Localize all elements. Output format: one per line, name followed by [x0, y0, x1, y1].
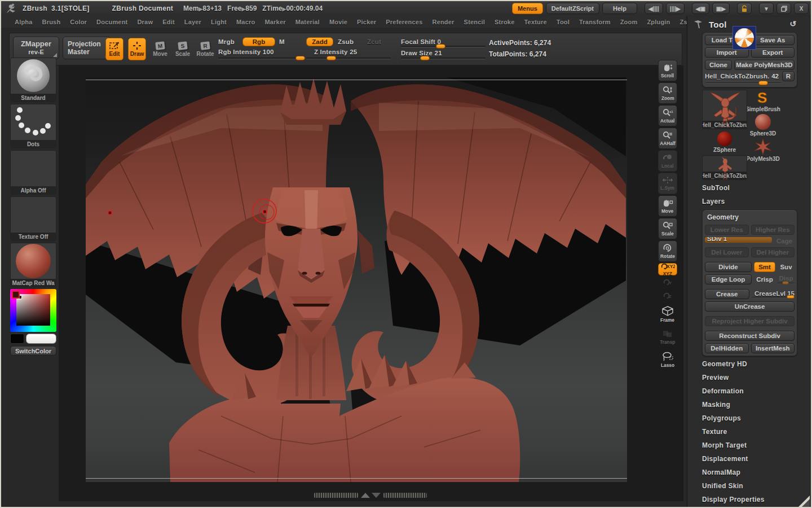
- minimize-button[interactable]: ▼: [759, 3, 774, 14]
- z-intensity-slider[interactable]: [306, 58, 391, 59]
- menu-macro[interactable]: Macro: [236, 19, 255, 25]
- shelf-rotate-z-button[interactable]: Z: [658, 290, 677, 303]
- menu-color[interactable]: Color: [70, 19, 87, 25]
- section-unified-skin[interactable]: Unified Skin: [687, 479, 810, 493]
- del-hidden-button[interactable]: DelHidden: [705, 343, 749, 353]
- section-display-properties[interactable]: Display Properties: [687, 493, 810, 506]
- shelf-xyz-button[interactable]: XYZXYZ: [658, 263, 677, 275]
- reconstruct-subdiv-button[interactable]: Reconstruct Subdiv: [705, 331, 795, 341]
- document-canvas[interactable]: [86, 77, 627, 482]
- brush-selector[interactable]: Standard: [10, 58, 56, 102]
- export-button[interactable]: Export: [751, 47, 795, 58]
- zadd-toggle[interactable]: Zadd: [306, 37, 333, 46]
- bottom-tray-handle[interactable]: [314, 491, 427, 500]
- draw-size-handle[interactable]: [420, 56, 430, 60]
- restore-button[interactable]: [776, 3, 791, 14]
- menu-zoom[interactable]: Zoom: [620, 19, 638, 25]
- z-intensity-handle[interactable]: [326, 56, 336, 60]
- section-layers[interactable]: Layers: [687, 195, 810, 208]
- current-tool-preview[interactable]: [732, 26, 756, 50]
- menu-edit[interactable]: Edit: [162, 19, 175, 25]
- menu-stencil[interactable]: Stencil: [464, 19, 485, 25]
- help-button[interactable]: Help: [602, 3, 637, 14]
- del-higher-button[interactable]: Del Higher: [751, 247, 795, 257]
- active-tool-thumbnail[interactable]: Hell_ChickToZbru: [702, 90, 747, 129]
- save-as-button[interactable]: Save As: [751, 35, 795, 45]
- shelf-local-button[interactable]: Local: [658, 150, 677, 172]
- divider-left-button[interactable]: ◀||||: [645, 3, 663, 14]
- menu-document[interactable]: Document: [96, 19, 127, 25]
- material-selector[interactable]: MatCap Red Wa: [10, 243, 56, 287]
- menu-draw[interactable]: Draw: [137, 19, 153, 25]
- draw-button[interactable]: Draw: [128, 38, 146, 60]
- move-button[interactable]: M Move: [151, 38, 170, 60]
- lower-res-button[interactable]: Lower Res: [705, 225, 749, 235]
- focal-shift-slider[interactable]: [401, 46, 486, 47]
- tray-open-icon[interactable]: [361, 493, 370, 498]
- shelf-rotate-button[interactable]: Rotate: [658, 240, 677, 262]
- shelf-move-button[interactable]: Move: [658, 195, 677, 217]
- current-tool-name[interactable]: Hell_ChickToZbrush.: [705, 73, 769, 80]
- shelf-actual-button[interactable]: x1Actual: [658, 105, 677, 126]
- palette-next-button[interactable]: ▣▶: [712, 3, 730, 14]
- higher-res-button[interactable]: Higher Res: [751, 225, 795, 235]
- menus-button[interactable]: Menus: [512, 3, 543, 14]
- menu-movie[interactable]: Movie: [329, 19, 347, 25]
- suv-toggle[interactable]: Suv: [778, 262, 795, 272]
- alpha-selector[interactable]: Alpha Off: [10, 150, 56, 195]
- shelf-lsym-button[interactable]: L.Sym: [658, 173, 677, 194]
- tray-close-icon[interactable]: [372, 493, 381, 498]
- projection-master-button[interactable]: Projection Master: [63, 37, 111, 59]
- shelf-aahalf-button[interactable]: AAHalf: [658, 128, 677, 149]
- smt-toggle[interactable]: Smt: [754, 262, 775, 272]
- section-morph-target[interactable]: Morph Target: [687, 439, 810, 452]
- edge-loop-button[interactable]: Edge Loop: [705, 274, 752, 284]
- menu-marker[interactable]: Marker: [264, 19, 285, 25]
- menu-alpha[interactable]: Alpha: [15, 19, 33, 25]
- crease-lvl-slider[interactable]: [752, 297, 795, 298]
- crisp-toggle[interactable]: Crisp: [754, 274, 775, 284]
- rgb-intensity-handle[interactable]: [295, 56, 305, 60]
- menu-preferences[interactable]: Preferences: [386, 19, 422, 25]
- mrgb-toggle[interactable]: Mrgb: [218, 38, 235, 45]
- default-zscript-button[interactable]: DefaultZScript: [546, 3, 599, 14]
- section-masking[interactable]: Masking: [687, 398, 810, 411]
- zsphere-thumbnail[interactable]: [717, 132, 732, 146]
- divide-button[interactable]: Divide: [705, 262, 752, 272]
- sphere3d-thumbnail[interactable]: Sphere3D: [749, 114, 776, 137]
- reproject-button[interactable]: Reproject Higher Subdiv: [705, 316, 795, 326]
- main-color-swatch[interactable]: [10, 334, 24, 344]
- section-normalmap[interactable]: NormalMap: [687, 466, 810, 479]
- recent-tool-thumbnail[interactable]: Hell_ChickToZbru: [702, 155, 747, 180]
- menu-texture[interactable]: Texture: [524, 19, 547, 25]
- rgb-toggle[interactable]: Rgb: [242, 37, 275, 46]
- menu-light[interactable]: Light: [211, 19, 227, 25]
- shelf-lasso-button[interactable]: Lasso: [658, 349, 677, 370]
- zmapper-button[interactable]: ZMapper rev-E: [13, 37, 59, 59]
- shelf-zoom-button[interactable]: Zoom: [658, 82, 677, 104]
- shelf-scroll-button[interactable]: Scroll: [658, 60, 677, 81]
- menu-material[interactable]: Material: [295, 19, 320, 25]
- panel-reset-icon[interactable]: ↺: [789, 19, 796, 28]
- section-texture[interactable]: Texture: [687, 425, 810, 439]
- color-picker[interactable]: [10, 289, 56, 332]
- crease-button[interactable]: Crease: [705, 289, 749, 299]
- menu-transform[interactable]: Transform: [579, 19, 611, 25]
- switch-color-button[interactable]: SwitchColor: [10, 346, 56, 356]
- zsub-toggle[interactable]: Zsub: [338, 38, 354, 45]
- tool-preview-slider[interactable]: [706, 82, 781, 84]
- section-preview[interactable]: Preview: [687, 371, 810, 384]
- lock-icon[interactable]: [737, 3, 752, 14]
- disp-slider[interactable]: [778, 283, 795, 284]
- clone-button[interactable]: Clone: [705, 60, 732, 70]
- menu-stroke[interactable]: Stroke: [495, 19, 514, 25]
- rgb-intensity-slider[interactable]: [218, 58, 304, 59]
- stroke-selector[interactable]: Dots: [10, 104, 56, 148]
- geometry-section-header[interactable]: Geometry: [707, 213, 739, 221]
- section-displacement[interactable]: Displacement: [687, 452, 810, 466]
- shelf-scale-button[interactable]: Scale: [658, 218, 677, 239]
- scale-button[interactable]: S Scale: [173, 38, 192, 60]
- section-subtool[interactable]: SubTool: [687, 181, 810, 195]
- shelf-frame-button[interactable]: Frame: [658, 304, 677, 325]
- menu-tool[interactable]: Tool: [557, 19, 570, 25]
